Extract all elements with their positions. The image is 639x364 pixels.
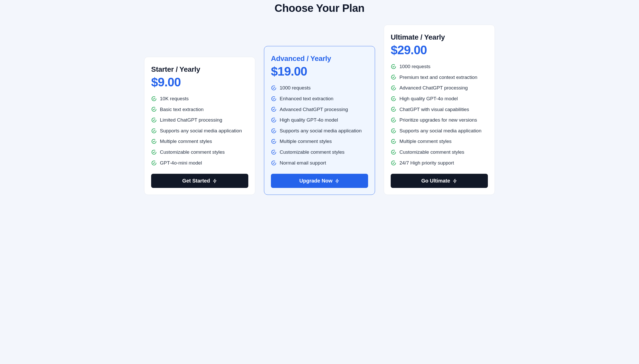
feature-text: 10K requests xyxy=(160,95,189,102)
feature-text: 1000 requests xyxy=(399,63,430,70)
feature-item: GPT-4o-mini model xyxy=(151,160,248,166)
feature-text: Multiple comment styles xyxy=(399,138,452,145)
check-circle-icon xyxy=(271,128,277,134)
page-title: Choose Your Plan xyxy=(5,0,634,25)
feature-item: Multiple comment styles xyxy=(391,138,488,145)
features-list: 1000 requests Premium text and context e… xyxy=(391,63,488,166)
check-circle-icon xyxy=(151,149,157,155)
feature-item: Prioritize upgrades for new versions xyxy=(391,117,488,123)
feature-text: Normal email support xyxy=(280,160,326,166)
feature-item: Normal email support xyxy=(271,160,368,166)
cta-button[interactable]: Go Ultimate xyxy=(391,174,488,188)
cta-label: Get Started xyxy=(182,178,210,184)
check-circle-icon xyxy=(391,74,396,80)
plan-name: Advanced / Yearly xyxy=(271,54,368,63)
bolt-icon xyxy=(335,179,340,183)
check-circle-icon xyxy=(391,160,396,166)
bolt-icon xyxy=(213,179,217,183)
feature-item: Supports any social media application xyxy=(271,128,368,134)
cta-button[interactable]: Get Started xyxy=(151,174,248,188)
cta-label: Upgrade Now xyxy=(299,178,333,184)
feature-text: Multiple comment styles xyxy=(280,138,332,145)
feature-text: 24/7 High priority support xyxy=(399,160,454,166)
feature-item: Enhanced text extraction xyxy=(271,95,368,102)
feature-item: Customizable comment styles xyxy=(391,149,488,156)
check-circle-icon xyxy=(391,106,396,112)
check-circle-icon xyxy=(391,96,396,102)
feature-text: Supports any social media application xyxy=(399,128,481,134)
feature-item: High quality GPT-4o model xyxy=(391,95,488,102)
features-list: 1000 requests Enhanced text extraction A… xyxy=(271,85,368,166)
feature-item: Limited ChatGPT processing xyxy=(151,117,248,123)
check-circle-icon xyxy=(271,96,277,102)
feature-text: Advanced ChatGPT processing xyxy=(399,85,468,91)
feature-text: Premium text and context extraction xyxy=(399,74,477,81)
feature-item: High quality GPT-4o model xyxy=(271,117,368,123)
feature-text: 1000 requests xyxy=(280,85,311,91)
check-circle-icon xyxy=(151,106,157,112)
check-circle-icon xyxy=(271,85,277,91)
plans-container: Starter / Yearly$9.00 10K requests Basic… xyxy=(132,25,507,195)
feature-item: Customizable comment styles xyxy=(271,149,368,156)
feature-text: Basic text extraction xyxy=(160,106,204,113)
feature-text: Multiple comment styles xyxy=(160,138,212,145)
plan-card-1: Advanced / Yearly$19.00 1000 requests En… xyxy=(264,46,375,195)
cta-label: Go Ultimate xyxy=(421,178,450,184)
plan-name: Ultimate / Yearly xyxy=(391,33,488,41)
feature-item: Premium text and context extraction xyxy=(391,74,488,81)
feature-item: Supports any social media application xyxy=(151,128,248,134)
plan-card-2: Ultimate / Yearly$29.00 1000 requests Pr… xyxy=(384,25,495,195)
check-circle-icon xyxy=(391,149,396,155)
feature-text: Limited ChatGPT processing xyxy=(160,117,222,123)
feature-text: GPT-4o-mini model xyxy=(160,160,202,166)
check-circle-icon xyxy=(271,117,277,123)
feature-item: Multiple comment styles xyxy=(271,138,368,145)
feature-text: Supports any social media application xyxy=(280,128,362,134)
plan-name: Starter / Yearly xyxy=(151,65,248,74)
feature-item: 10K requests xyxy=(151,95,248,102)
check-circle-icon xyxy=(271,106,277,112)
check-circle-icon xyxy=(391,64,396,69)
check-circle-icon xyxy=(391,128,396,134)
cta-button[interactable]: Upgrade Now xyxy=(271,174,368,188)
feature-item: 24/7 High priority support xyxy=(391,160,488,166)
feature-text: Customizable comment styles xyxy=(160,149,225,156)
check-circle-icon xyxy=(151,139,157,144)
check-circle-icon xyxy=(271,139,277,144)
plan-price: $19.00 xyxy=(271,64,368,78)
feature-text: ChatGPT with visual capabilities xyxy=(399,106,469,113)
feature-item: Advanced ChatGPT processing xyxy=(271,106,368,113)
check-circle-icon xyxy=(271,149,277,155)
check-circle-icon xyxy=(151,160,157,166)
check-circle-icon xyxy=(271,160,277,166)
check-circle-icon xyxy=(391,117,396,123)
check-circle-icon xyxy=(391,139,396,144)
feature-text: Supports any social media application xyxy=(160,128,242,134)
plan-price: $29.00 xyxy=(391,43,488,57)
feature-item: Supports any social media application xyxy=(391,128,488,134)
check-circle-icon xyxy=(151,128,157,134)
feature-item: Advanced ChatGPT processing xyxy=(391,85,488,91)
feature-text: Customizable comment styles xyxy=(399,149,464,156)
plan-price: $9.00 xyxy=(151,75,248,89)
feature-item: 1000 requests xyxy=(391,63,488,70)
feature-text: High quality GPT-4o model xyxy=(280,117,338,123)
feature-item: Multiple comment styles xyxy=(151,138,248,145)
check-circle-icon xyxy=(391,85,396,91)
feature-text: Prioritize upgrades for new versions xyxy=(399,117,477,123)
feature-item: 1000 requests xyxy=(271,85,368,91)
feature-text: Customizable comment styles xyxy=(280,149,344,156)
feature-item: Customizable comment styles xyxy=(151,149,248,156)
feature-item: ChatGPT with visual capabilities xyxy=(391,106,488,113)
feature-text: Enhanced text extraction xyxy=(280,95,333,102)
feature-text: High quality GPT-4o model xyxy=(399,95,458,102)
feature-text: Advanced ChatGPT processing xyxy=(280,106,348,113)
check-circle-icon xyxy=(151,96,157,102)
features-list: 10K requests Basic text extraction Limit… xyxy=(151,95,248,166)
check-circle-icon xyxy=(151,117,157,123)
bolt-icon xyxy=(453,179,457,183)
feature-item: Basic text extraction xyxy=(151,106,248,113)
plan-card-0: Starter / Yearly$9.00 10K requests Basic… xyxy=(144,57,255,195)
